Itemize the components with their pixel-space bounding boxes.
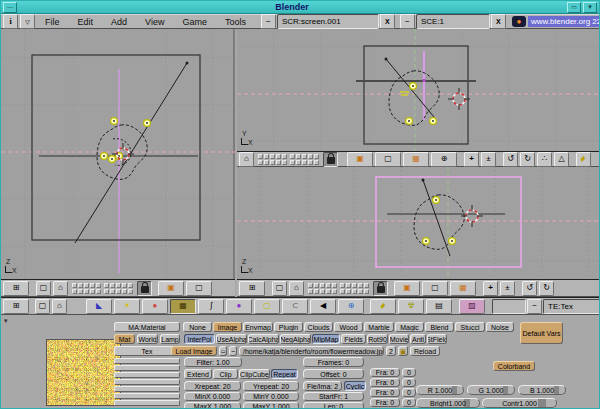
image-select-button[interactable]: ▨: [459, 299, 485, 314]
browse-texture-field[interactable]: [492, 299, 526, 314]
layer-toggle[interactable]: [258, 160, 263, 165]
script-buttons-tab[interactable]: ⊕: [338, 299, 364, 314]
scene-name-field[interactable]: SCE:1: [416, 14, 490, 29]
panel-menu-icon[interactable]: ▾: [4, 317, 8, 325]
layer-toggle[interactable]: [90, 283, 95, 288]
curve-object-path[interactable]: [414, 195, 464, 250]
layer-toggle[interactable]: [314, 283, 319, 288]
menu-tools[interactable]: Tools: [216, 17, 255, 27]
layer-toggle[interactable]: [78, 283, 83, 288]
texface-dropdown[interactable]: ▦: [403, 152, 429, 167]
flag-negalpha[interactable]: NegAlpha: [280, 334, 311, 344]
viewport-front[interactable]: Z X: [1, 29, 235, 279]
lamp-toggle[interactable]: Lamp: [160, 334, 180, 344]
fra-field[interactable]: Fra: 0: [370, 398, 400, 407]
browse-image-button[interactable]: ▭: [219, 346, 227, 356]
bright-slider[interactable]: Bright1.000: [416, 398, 480, 408]
scene-delete-button[interactable]: X: [491, 14, 506, 29]
layer-toggle[interactable]: [276, 154, 281, 159]
fra-offset-field[interactable]: 0: [402, 398, 416, 407]
scene-buttons-tab[interactable]: ▤: [426, 299, 452, 314]
layer-toggle[interactable]: [308, 160, 313, 165]
texture-channel-slot[interactable]: [114, 372, 180, 378]
layer-toggle[interactable]: [96, 289, 101, 294]
translate-button[interactable]: +: [464, 152, 479, 167]
menu-edit[interactable]: Edit: [69, 17, 103, 27]
type-marble[interactable]: Marble: [364, 322, 394, 332]
image-menu-button[interactable]: −: [229, 346, 237, 356]
drawtype-dropdown[interactable]: ▢: [422, 281, 448, 296]
rotate-view-button2[interactable]: ↻: [539, 281, 554, 296]
layer-toggle[interactable]: [326, 283, 331, 288]
layer-toggle[interactable]: [364, 289, 369, 294]
mode-dropdown[interactable]: ▣: [158, 281, 184, 296]
layer-toggle[interactable]: [346, 283, 351, 288]
layer-toggle[interactable]: [340, 283, 345, 288]
layer-toggle[interactable]: [314, 160, 319, 165]
layer-toggle[interactable]: [122, 283, 127, 288]
layer-toggle[interactable]: [290, 160, 295, 165]
colorband-button[interactable]: Colorband: [493, 361, 535, 371]
screen-name-field[interactable]: SCR:screen.001: [277, 14, 379, 29]
layer-toggle[interactable]: [116, 283, 121, 288]
fra-field[interactable]: Fra: 0: [370, 368, 400, 377]
fullscreen-button[interactable]: ▢: [272, 281, 287, 296]
roll-button[interactable]: ▼: [583, 2, 597, 13]
texture-buttons-tab[interactable]: ▦: [170, 299, 196, 314]
layer-toggle[interactable]: [128, 289, 133, 294]
flag-calcalpha[interactable]: CalcAlpha: [248, 334, 279, 344]
rotate-view-button2[interactable]: ↻: [520, 152, 535, 167]
window-menu-button[interactable]: —: [3, 2, 17, 13]
type-image[interactable]: Image: [213, 322, 242, 332]
layer-toggle[interactable]: [72, 283, 77, 288]
minx-field[interactable]: MinX 0.000: [184, 392, 241, 401]
layer-toggle[interactable]: [340, 289, 345, 294]
drawtype-dropdown[interactable]: ▢: [375, 152, 401, 167]
layer-toggle[interactable]: [104, 283, 109, 288]
maxx-field[interactable]: MaxX 1.000: [184, 402, 241, 409]
layer-buttons[interactable]: [72, 283, 133, 294]
fullscreen-button[interactable]: ▢: [35, 299, 50, 314]
rotate-view-button[interactable]: ↺: [522, 281, 537, 296]
layer-toggle[interactable]: [332, 283, 337, 288]
world-buttons-tab[interactable]: ●: [226, 299, 252, 314]
fullscreen-button[interactable]: ▢: [36, 281, 51, 296]
type-noise[interactable]: Noise: [486, 322, 514, 332]
layer-toggle[interactable]: [264, 154, 269, 159]
image-path-field[interactable]: /home/katja/blenderfo/room/flowermeadow.…: [239, 346, 384, 356]
layer-buttons[interactable]: [258, 154, 319, 165]
layer-buttons[interactable]: [308, 283, 369, 294]
texture-channel-slot[interactable]: [114, 386, 180, 392]
zoom-button[interactable]: ∴: [537, 152, 552, 167]
layer-toggle[interactable]: [122, 289, 127, 294]
view-buttons-tab[interactable]: ◣: [86, 299, 112, 314]
layer-toggle[interactable]: [320, 283, 325, 288]
fra-offset-field[interactable]: 0: [402, 368, 416, 377]
flag-rot90[interactable]: Rot90: [367, 334, 388, 344]
normals-button[interactable]: △: [554, 152, 569, 167]
layer-toggle[interactable]: [264, 160, 269, 165]
window-type-button[interactable]: ⊞: [3, 299, 29, 314]
particle-points[interactable]: [406, 83, 437, 125]
offset-field[interactable]: Offset: 0: [303, 369, 364, 379]
window-type-button[interactable]: ⊞: [239, 281, 265, 296]
screen-delete-button[interactable]: X: [380, 14, 395, 29]
lock-button[interactable]: [373, 281, 388, 296]
b-slider[interactable]: B 1.000: [518, 385, 566, 395]
home-button[interactable]: ⌂: [289, 281, 304, 296]
menu-file[interactable]: File: [36, 17, 69, 27]
layer-toggle[interactable]: [116, 289, 121, 294]
type-none[interactable]: None: [183, 322, 212, 332]
r-slider[interactable]: R 1.000: [416, 385, 464, 395]
sound-buttons-tab[interactable]: ◀: [310, 299, 336, 314]
info-button[interactable]: i: [3, 14, 18, 29]
title-bar[interactable]: — Blender ▭ ▼: [1, 1, 599, 14]
layer-toggle[interactable]: [302, 154, 307, 159]
radiosity-buttons-tab[interactable]: ☢: [398, 299, 424, 314]
layer-toggle[interactable]: [104, 289, 109, 294]
layer-toggle[interactable]: [308, 154, 313, 159]
edit-buttons-tab[interactable]: ▢: [254, 299, 280, 314]
layer-toggle[interactable]: [332, 289, 337, 294]
home-button[interactable]: ⌂: [52, 299, 67, 314]
drawtype-dropdown[interactable]: ▢: [186, 281, 212, 296]
